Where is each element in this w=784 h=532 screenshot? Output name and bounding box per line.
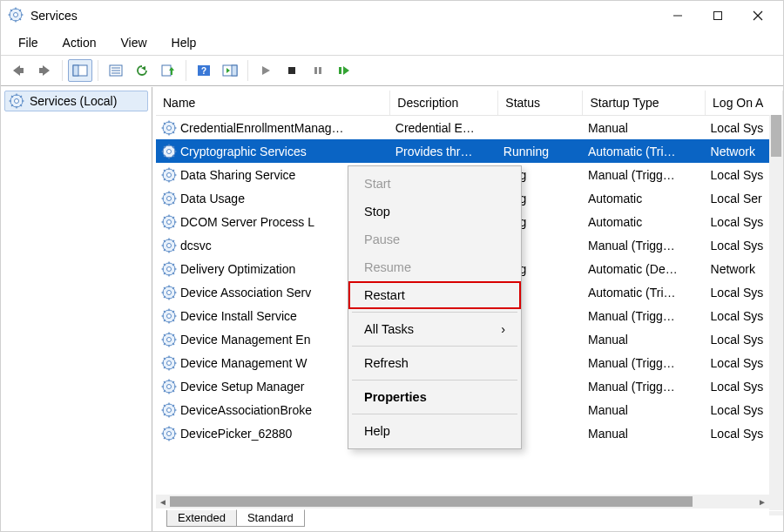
- maximize-button[interactable]: [698, 2, 738, 30]
- tree-root-services-local[interactable]: Services (Local): [4, 91, 148, 111]
- ctx-properties[interactable]: Properties: [348, 383, 521, 411]
- ctx-refresh[interactable]: Refresh: [348, 349, 521, 377]
- svg-rect-17: [73, 65, 78, 76]
- column-header-description[interactable]: Description: [390, 91, 498, 116]
- ctx-separator: [352, 312, 517, 313]
- svg-rect-25: [171, 71, 172, 75]
- service-startup-type: Manual (Trigg…: [583, 233, 706, 257]
- ctx-separator: [352, 346, 517, 347]
- refresh-button[interactable]: [130, 59, 154, 82]
- service-startup-type: Manual: [583, 116, 706, 140]
- restart-service-button[interactable]: [332, 59, 356, 82]
- service-name: DevicePicker_62880: [180, 427, 292, 441]
- service-icon: [161, 402, 177, 418]
- nav-back-button[interactable]: [6, 59, 30, 82]
- navigation-pane: Services (Local): [1, 87, 152, 531]
- ctx-stop[interactable]: Stop: [348, 198, 521, 226]
- column-header-status[interactable]: Status: [498, 91, 583, 116]
- service-startup-type: Automatic (Tri…: [583, 280, 706, 304]
- service-startup-type: Manual: [583, 327, 706, 351]
- column-header-startup-type[interactable]: Startup Type: [583, 91, 706, 116]
- service-startup-type: Manual: [583, 421, 706, 445]
- help-button[interactable]: ?: [192, 59, 216, 82]
- service-startup-type: Manual (Trigg…: [583, 304, 706, 327]
- show-hide-tree-button[interactable]: [68, 59, 92, 82]
- ctx-separator: [352, 414, 517, 414]
- vertical-scroll-thumb[interactable]: [771, 115, 781, 157]
- ctx-pause[interactable]: Pause: [348, 226, 521, 253]
- submenu-arrow-icon: ›: [501, 322, 505, 336]
- ctx-help[interactable]: Help: [348, 417, 521, 445]
- horizontal-scrollbar[interactable]: ◄ ►: [156, 495, 769, 508]
- pause-service-button[interactable]: [306, 59, 330, 82]
- ctx-all-tasks[interactable]: All Tasks ›: [348, 315, 521, 343]
- service-name: DeviceAssociationBroke: [180, 403, 312, 417]
- menu-view[interactable]: View: [108, 34, 159, 51]
- service-icon: [161, 120, 177, 136]
- menu-action[interactable]: Action: [51, 34, 109, 51]
- context-menu: Start Stop Pause Resume Restart All Task…: [348, 165, 522, 449]
- service-name: Device Setup Manager: [180, 380, 304, 394]
- column-header-name[interactable]: Name: [156, 91, 390, 116]
- window-title: Services: [30, 9, 658, 23]
- service-name: Data Usage: [180, 192, 245, 205]
- menubar: File Action View Help: [1, 30, 783, 55]
- service-row[interactable]: CredentialEnrollmentManag…Credential E…M…: [156, 116, 783, 140]
- show-hide-action-pane-button[interactable]: [218, 59, 242, 82]
- service-name: Device Management En: [180, 333, 310, 347]
- service-icon: [161, 191, 177, 206]
- svg-marker-15: [39, 65, 50, 76]
- menu-file[interactable]: File: [6, 34, 51, 51]
- service-row[interactable]: Cryptographic ServicesProvides thr…Runni…: [156, 139, 783, 163]
- svg-rect-33: [314, 67, 317, 74]
- toolbar: ?: [1, 55, 783, 86]
- ctx-restart[interactable]: Restart: [348, 281, 521, 309]
- ctx-start[interactable]: Start: [348, 170, 521, 198]
- service-name: CredentialEnrollmentManag…: [180, 121, 344, 135]
- service-startup-type: Automatic: [583, 210, 706, 233]
- horizontal-scroll-thumb[interactable]: [170, 496, 693, 507]
- service-name: dcsvc: [180, 239, 212, 253]
- hscroll-left-arrow[interactable]: ◄: [156, 495, 170, 508]
- tab-extended[interactable]: Extended: [166, 510, 237, 527]
- ctx-resume[interactable]: Resume: [348, 253, 521, 281]
- service-icon: [161, 379, 177, 394]
- service-icon: [161, 285, 177, 300]
- service-icon: [161, 355, 177, 371]
- app-icon: [8, 7, 24, 25]
- service-startup-type: Manual (Trigg…: [583, 351, 706, 374]
- svg-rect-32: [288, 67, 295, 74]
- view-tabs: Extended Standard: [156, 510, 783, 531]
- nav-forward-button[interactable]: [32, 59, 57, 82]
- service-status: Running: [498, 139, 583, 163]
- menu-help[interactable]: Help: [159, 34, 209, 51]
- properties-button[interactable]: [104, 59, 128, 82]
- start-service-button[interactable]: [253, 59, 278, 82]
- service-name: DCOM Server Process L: [180, 215, 314, 229]
- service-description: Credential E…: [390, 116, 498, 140]
- export-list-button[interactable]: [156, 59, 180, 82]
- tab-standard[interactable]: Standard: [236, 509, 305, 527]
- minimize-button[interactable]: [658, 2, 698, 30]
- svg-rect-34: [319, 67, 321, 74]
- service-name: Device Management W: [180, 356, 308, 370]
- column-header-logon-as[interactable]: Log On A: [706, 91, 783, 116]
- vertical-scrollbar[interactable]: [769, 115, 783, 515]
- svg-marker-31: [262, 66, 270, 75]
- hscroll-right-arrow[interactable]: ►: [755, 495, 769, 508]
- service-startup-type: Automatic (Tri…: [583, 139, 706, 163]
- service-icon: [161, 167, 177, 183]
- close-button[interactable]: [738, 2, 778, 30]
- ctx-separator: [352, 380, 517, 380]
- service-name: Device Association Serv: [180, 286, 311, 300]
- service-startup-type: Automatic: [583, 186, 706, 210]
- service-name: Cryptographic Services: [180, 145, 307, 158]
- stop-service-button[interactable]: [280, 59, 304, 82]
- service-description: Provides thr…: [390, 139, 498, 163]
- svg-marker-36: [343, 66, 349, 75]
- service-icon: [161, 238, 177, 253]
- svg-rect-35: [339, 67, 341, 74]
- service-icon: [161, 261, 177, 277]
- service-startup-type: Automatic (De…: [583, 257, 706, 280]
- svg-rect-29: [232, 65, 237, 76]
